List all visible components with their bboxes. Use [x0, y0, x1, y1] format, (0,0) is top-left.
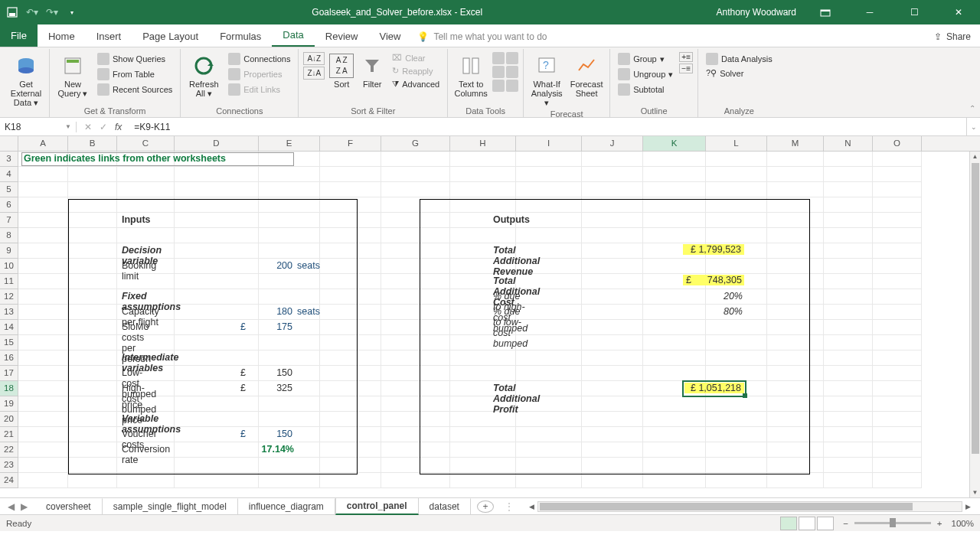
cell[interactable]	[582, 427, 643, 442]
cell[interactable]	[582, 243, 643, 259]
tab-home[interactable]: Home	[38, 26, 86, 47]
name-box-dropdown-icon[interactable]: ▼	[65, 123, 71, 130]
cell[interactable]	[582, 197, 643, 213]
cell[interactable]	[117, 152, 175, 167]
reapply-button[interactable]: ↻Reapply	[389, 65, 443, 77]
cell[interactable]	[18, 213, 68, 228]
cell[interactable]	[767, 182, 824, 197]
cell[interactable]	[381, 458, 450, 473]
cell[interactable]	[873, 442, 922, 458]
cell[interactable]	[450, 305, 516, 320]
cell[interactable]	[450, 259, 516, 274]
cell[interactable]	[582, 366, 643, 381]
sheet-tab-dataset[interactable]: dataset	[419, 498, 471, 514]
cell[interactable]	[68, 213, 117, 228]
cell[interactable]	[824, 152, 873, 167]
cell[interactable]	[259, 197, 320, 213]
cell[interactable]	[320, 243, 381, 259]
cell[interactable]	[68, 197, 117, 213]
cell[interactable]	[582, 335, 643, 350]
cell[interactable]	[320, 396, 381, 412]
cell[interactable]	[320, 473, 381, 488]
spreadsheet-grid[interactable]: A B C D E F G H I J K L M N O 3456789101…	[0, 136, 980, 497]
cell[interactable]	[175, 152, 259, 167]
cell[interactable]	[516, 289, 582, 305]
cell[interactable]	[873, 335, 922, 350]
col-header-h[interactable]: H	[450, 136, 516, 151]
cell[interactable]	[18, 381, 68, 396]
cell[interactable]	[873, 259, 922, 274]
cell[interactable]	[450, 350, 516, 366]
sheet-tab-sample-flight[interactable]: sample_single_flight_model	[103, 498, 238, 514]
cell[interactable]	[516, 274, 582, 289]
cell[interactable]	[259, 167, 320, 182]
cell[interactable]	[450, 381, 516, 396]
cell[interactable]	[873, 167, 922, 182]
cell[interactable]	[706, 243, 767, 259]
cell[interactable]	[824, 305, 873, 320]
cell[interactable]	[450, 167, 516, 182]
cell[interactable]	[259, 228, 320, 243]
row-header-15[interactable]: 15	[0, 335, 18, 350]
new-sheet-button[interactable]: +	[477, 500, 494, 513]
forecast-sheet-button[interactable]: Forecast Sheet	[568, 52, 605, 99]
cell[interactable]	[117, 228, 175, 243]
cell[interactable]	[824, 350, 873, 366]
cell[interactable]	[582, 152, 643, 167]
cell[interactable]	[18, 243, 68, 259]
cell[interactable]	[706, 259, 767, 274]
row-header-22[interactable]: 22	[0, 442, 18, 458]
cell[interactable]	[18, 259, 68, 274]
cell[interactable]	[175, 197, 259, 213]
cell[interactable]	[320, 289, 381, 305]
row-header-19[interactable]: 19	[0, 396, 18, 412]
cell[interactable]	[259, 213, 320, 228]
scroll-up-icon[interactable]: ▲	[971, 152, 980, 161]
cell[interactable]	[873, 381, 922, 396]
cell[interactable]	[450, 320, 516, 335]
cell[interactable]	[643, 396, 706, 412]
cell[interactable]	[873, 473, 922, 488]
cell[interactable]	[643, 289, 706, 305]
cell[interactable]	[450, 473, 516, 488]
cell[interactable]	[259, 366, 320, 381]
cell[interactable]	[381, 243, 450, 259]
cell[interactable]	[381, 381, 450, 396]
cell[interactable]	[68, 274, 117, 289]
cell[interactable]	[873, 213, 922, 228]
cell[interactable]	[117, 473, 175, 488]
cell[interactable]	[320, 335, 381, 350]
edit-links-button[interactable]: Edit Links	[225, 83, 293, 96]
cell[interactable]	[259, 182, 320, 197]
col-header-n[interactable]: N	[824, 136, 873, 151]
cell[interactable]	[873, 228, 922, 243]
cell[interactable]	[767, 412, 824, 427]
cell[interactable]	[824, 289, 873, 305]
cell[interactable]	[175, 243, 259, 259]
row-header-18[interactable]: 18	[0, 381, 18, 396]
sheet-nav-next-icon[interactable]: ▶	[21, 501, 28, 512]
cell[interactable]	[18, 458, 68, 473]
relationships-icon[interactable]	[506, 66, 518, 78]
cell[interactable]	[259, 274, 320, 289]
zoom-slider[interactable]	[854, 522, 931, 524]
cell[interactable]	[381, 442, 450, 458]
col-header-i[interactable]: I	[516, 136, 582, 151]
cell[interactable]	[68, 381, 117, 396]
minimize-icon[interactable]: ─	[854, 2, 885, 23]
cell[interactable]	[582, 412, 643, 427]
sheet-tab-control-panel[interactable]: control_panel	[335, 497, 419, 515]
cell[interactable]	[873, 152, 922, 167]
tab-data[interactable]: Data	[272, 24, 314, 47]
cell[interactable]	[706, 182, 767, 197]
cell[interactable]	[381, 427, 450, 442]
cell[interactable]	[643, 274, 706, 289]
subtotal-button[interactable]: Subtotal	[615, 83, 676, 96]
cell[interactable]	[117, 335, 175, 350]
show-queries-button[interactable]: Show Queries	[94, 52, 175, 66]
hide-detail-icon[interactable]: −≡	[679, 64, 693, 73]
cell[interactable]	[117, 305, 175, 320]
cell[interactable]	[320, 197, 381, 213]
cell[interactable]	[117, 412, 175, 427]
sheet-tab-coversheet[interactable]: coversheet	[35, 498, 103, 514]
